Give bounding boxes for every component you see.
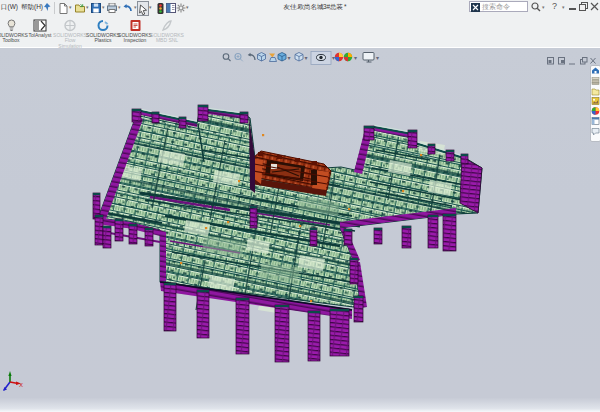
svg-text:▾: ▾ [354,55,357,61]
svg-text:▾: ▾ [332,55,335,61]
svg-text:X: X [19,382,23,388]
svg-text:▾: ▾ [305,55,308,61]
svg-text:▾: ▾ [288,55,291,61]
svg-text:▾: ▾ [376,55,379,61]
